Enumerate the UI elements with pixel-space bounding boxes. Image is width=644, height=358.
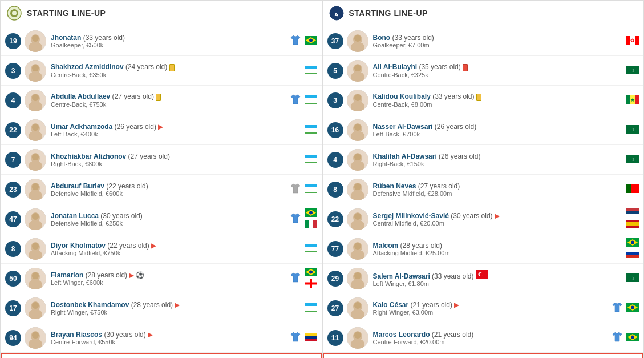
player-info: Khalifah Al-Dawsari (26 years old) Right… — [373, 152, 623, 167]
player-name[interactable]: Marcos Leonardo (21 years old) — [373, 331, 612, 339]
player-name[interactable]: Ali Al-Bulayhi (35 years old) — [373, 63, 623, 71]
svg-rect-159 — [626, 252, 639, 255]
player-name[interactable]: Bono (33 years old) — [373, 34, 623, 42]
player-name[interactable]: Abdurauf Buriev (22 years old) — [51, 182, 290, 190]
svg-text:☽: ☽ — [631, 276, 634, 280]
player-name[interactable]: Sergej Milinković-Savić (30 years old) ▶ — [373, 212, 623, 220]
player-details: Left Winger, €1.80m — [373, 280, 623, 287]
svg-rect-107 — [626, 36, 630, 45]
player-avatar — [347, 149, 368, 171]
svg-point-157 — [631, 240, 634, 244]
jersey-number: 77 — [327, 241, 343, 257]
player-action-icons — [611, 302, 623, 314]
player-name[interactable]: Shakhzod Azmiddinov (24 years old) — [51, 63, 301, 71]
player-row: 27 Kaio César (21 years old) ▶ Right Win… — [323, 293, 644, 323]
player-name[interactable]: Kaio César (21 years old) ▶ — [373, 301, 612, 309]
player-flag — [626, 238, 639, 248]
player-details: Attacking Midfield, €25.00m — [373, 250, 623, 256]
svg-rect-160 — [626, 255, 639, 258]
player-flag — [626, 303, 639, 313]
player-info: Kaio César (21 years old) ▶ Right Winger… — [373, 301, 612, 316]
svg-rect-141 — [626, 184, 631, 193]
player-name[interactable]: Umar Adkhamzoda (26 years old) ▶ — [51, 123, 301, 131]
player-info: Khozhiakbar Alizhonov (27 years old) Rig… — [51, 152, 301, 167]
svg-point-2 — [12, 11, 17, 15]
svg-rect-70 — [305, 247, 317, 248]
player-details: Centre-Forward, €20.00m — [373, 339, 612, 345]
player-name[interactable]: Brayan Riascos (30 years old) ▶ — [51, 331, 290, 339]
player-flag — [305, 155, 317, 165]
inline-red-arrow: ▶ — [148, 331, 152, 338]
player-row: 29 Salem Al-Dawsari (33 years old) Left … — [323, 264, 644, 293]
player-flag: ☽ — [626, 66, 639, 76]
player-info: Flamarion (28 years old) ▶ ⚽ Left Winger… — [51, 271, 290, 286]
svg-point-145 — [354, 213, 361, 220]
player-name[interactable]: Salem Al-Dawsari (33 years old) — [373, 270, 623, 280]
inline-red-arrow: ▶ — [151, 242, 156, 249]
svg-text:ﻫ: ﻫ — [334, 10, 338, 17]
player-avatar — [25, 119, 46, 141]
svg-point-96 — [32, 332, 39, 339]
jersey-number: 37 — [327, 33, 343, 49]
player-avatar — [25, 297, 46, 319]
player-details: Centre-Forward, €550k — [51, 339, 290, 345]
player-avatar — [25, 149, 46, 171]
jersey-number: 29 — [327, 271, 343, 287]
svg-point-61 — [309, 211, 313, 214]
team1-footer: Foreigners: 4 (36.4%) Avg. age: 27.7 Pur… — [1, 353, 322, 358]
player-info: Shakhzod Azmiddinov (24 years old) Centr… — [51, 63, 301, 78]
player-row: 22 Umar Adkhamzoda (26 years old) ▶ Left… — [1, 115, 322, 145]
player-avatar — [347, 90, 368, 111]
jersey-number: 4 — [327, 152, 343, 168]
inline-yellow-card — [169, 64, 175, 71]
shirt-icon — [611, 302, 623, 314]
player-name[interactable]: Diyor Kholmatov (22 years old) ▶ — [51, 242, 301, 250]
player-name[interactable]: Nasser Al-Dawsari (26 years old) — [373, 123, 623, 131]
player-flag — [305, 125, 317, 135]
svg-point-133 — [354, 154, 361, 160]
team2-panel: ﻫ STARTING LINE-UP 37 Bono (33 years old… — [322, 0, 645, 358]
jersey-number: 4 — [5, 92, 21, 108]
player-name[interactable]: Flamarion (28 years old) ▶ ⚽ — [51, 271, 290, 279]
svg-rect-97 — [305, 333, 317, 336]
team1-header: STARTING LINE-UP — [1, 1, 322, 26]
player-name[interactable]: Jhonatan (33 years old) — [51, 34, 290, 42]
svg-rect-50 — [305, 184, 317, 187]
svg-point-167 — [480, 272, 483, 276]
player-details: Defensive Midfield, €28.00m — [373, 190, 623, 197]
player-action-icons — [290, 213, 301, 225]
player-name[interactable]: Khozhiakbar Alizhonov (27 years old) — [51, 152, 301, 160]
svg-point-87 — [32, 302, 39, 309]
player-name[interactable]: Jonatan Lucca (30 years old) — [51, 212, 290, 220]
player-action-icons — [290, 183, 301, 195]
player-name[interactable]: Abdulla Abdullaev (27 years old) — [51, 92, 290, 100]
svg-text:☽: ☽ — [631, 69, 634, 73]
player-name[interactable]: Khalifah Al-Dawsari (26 years old) — [373, 152, 623, 160]
player-name[interactable]: Malcom (28 years old) — [373, 242, 623, 250]
player-avatar — [25, 60, 46, 82]
svg-point-68 — [32, 243, 39, 250]
svg-point-105 — [354, 35, 361, 42]
svg-rect-35 — [305, 131, 317, 132]
player-name[interactable]: Dostonbek Khamdamov (28 years old) ▶ — [51, 301, 301, 309]
player-avatar — [25, 90, 46, 111]
player-name[interactable]: Rúben Neves (27 years old) — [373, 182, 623, 190]
svg-rect-122 — [635, 95, 639, 104]
player-row: 4 Khalifah Al-Dawsari (26 years old) Rig… — [323, 145, 644, 175]
player-row: 47 Jonatan Lucca (30 years old) Defensiv… — [1, 204, 322, 234]
player-avatar — [25, 208, 46, 230]
svg-point-164 — [354, 272, 361, 279]
player-name[interactable]: Kalidou Koulibaly (33 years old) — [373, 92, 623, 100]
player-info: Sergej Milinković-Savić (30 years old) ▶… — [373, 212, 623, 227]
svg-rect-26 — [305, 102, 317, 103]
player-row: 37 Bono (33 years old) Goalkeeper, €7.00… — [323, 26, 644, 56]
player-avatar — [25, 327, 46, 349]
svg-rect-146 — [626, 208, 639, 211]
player-flag — [305, 220, 317, 230]
inline-tr-flag — [476, 272, 488, 280]
player-avatar — [25, 268, 46, 289]
player-details: Defensive Midfield, €600k — [51, 190, 290, 197]
inline-red-card — [463, 64, 468, 71]
player-avatar — [25, 30, 46, 52]
player-flag — [305, 66, 317, 76]
